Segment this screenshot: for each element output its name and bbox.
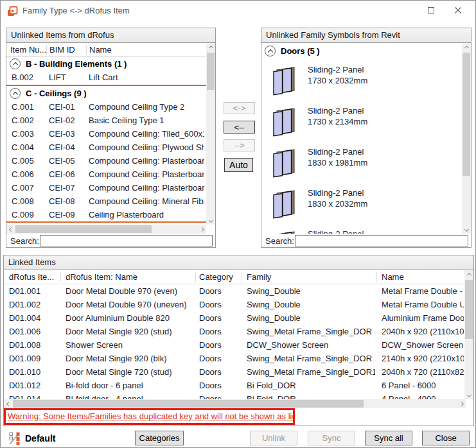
column-header-category[interactable]: Category	[199, 270, 239, 284]
cell-bim-id: CEI-07	[49, 181, 86, 194]
table-row[interactable]: C.006 CEI-06 Compound Ceiling: Plasterbo…	[6, 168, 206, 181]
unlinked-items-grid-header: Item Nu... BIM ID Name	[6, 43, 206, 57]
table-row[interactable]: D01.010 Door Metal Single 720 (stud) Doo…	[4, 365, 466, 379]
scroll-down-icon[interactable]	[462, 225, 471, 234]
link-right-button[interactable]: -->	[224, 139, 255, 151]
titlebar[interactable]: Family Type <-> dRofus Item	[1, 1, 475, 21]
collapse-group-icon[interactable]	[10, 88, 21, 99]
search-input[interactable]	[40, 235, 213, 246]
horizontal-scrollbar[interactable]	[4, 399, 466, 408]
column-header-name[interactable]: Name	[89, 43, 198, 57]
maximize-button[interactable]	[420, 1, 442, 20]
family-item[interactable]: Sliding-2 Panel	[261, 225, 462, 234]
scroll-right-icon[interactable]	[457, 399, 466, 408]
table-row[interactable]: D01.006 Door Metal Single 920 (stud) Doo…	[4, 325, 466, 338]
table-row[interactable]: D01.008 Shower Screen Doors DCW_Shower S…	[4, 338, 466, 352]
cell-family: Swing_Metal Frame_Single_DOR	[247, 352, 375, 365]
cell-item-number: C.003	[12, 127, 47, 141]
table-row[interactable]: B.002 LIFT Lift Cart	[6, 71, 206, 84]
cell-item-number: C.007	[12, 181, 47, 194]
family-item[interactable]: Sliding-2 Panel 1730 x 2032mm	[261, 61, 462, 102]
column-separator	[195, 272, 196, 282]
table-row[interactable]: D01.012 Bi-fold door - 6 panel Doors Bi …	[4, 379, 466, 392]
table-row[interactable]: D01.009 Door Metal Single 920 (blk) Door…	[4, 352, 466, 365]
column-separator	[60, 272, 61, 282]
warning-text: Warning: Some Items/Families has duplica…	[6, 410, 293, 423]
cell-item-number: C.005	[12, 154, 47, 168]
table-row[interactable]: C.007 CEI-07 Compound Ceiling: Plasterbo…	[6, 181, 206, 194]
cell-name: Basic Ceiling Type 1	[89, 114, 204, 127]
column-header-drofus-item-name[interactable]: dRofus Item: Name	[66, 270, 193, 284]
table-row[interactable]: C.005 CEI-05 Compound Ceiling: Plasterbo…	[6, 154, 206, 168]
linked-items-panel-title: Linked Items	[4, 255, 473, 270]
vertical-scrollbar[interactable]	[464, 270, 473, 399]
cell-category: Doors	[199, 298, 240, 311]
unlink-button[interactable]: Unlink	[250, 431, 297, 445]
table-row[interactable]: C.009 CEI-09 Ceiling Plasterboard	[6, 208, 206, 221]
column-header-name[interactable]: Name	[382, 270, 462, 284]
horizontal-scrollbar[interactable]	[6, 225, 206, 234]
column-header-item-number[interactable]: Item Nu...	[10, 43, 46, 57]
family-name: Sliding-2 Panel	[308, 147, 364, 157]
table-row[interactable]: D01.004 Door Aluminium Double 820 Doors …	[4, 311, 466, 325]
vertical-scrollbar[interactable]	[206, 43, 215, 225]
group-row-ceilings[interactable]: C - Ceilings (9 )	[6, 87, 206, 100]
family-size: 1830 x 1981mm	[308, 158, 367, 168]
scroll-left-icon[interactable]	[4, 399, 13, 408]
family-item[interactable]: Sliding-2 Panel 1830 x 1981mm	[261, 143, 462, 184]
table-row[interactable]: C.001 CEI-01 Compound Ceiling Type 2	[6, 100, 206, 114]
close-window-button[interactable]	[447, 1, 469, 20]
cell-item-name: Bi-fold door - 4 panel	[66, 392, 194, 399]
table-row[interactable]: C.008 CEI-08 Compound Ceiling: Mineral F…	[6, 194, 206, 208]
scrollbar-thumb[interactable]	[15, 225, 152, 233]
group-row-doors[interactable]: Doors (5 )	[261, 44, 462, 58]
column-header-drofus-item[interactable]: dRofus Ite...	[9, 270, 58, 284]
group-row-building-elements[interactable]: B - Building Elements (1 )	[6, 57, 206, 71]
scroll-up-icon[interactable]	[464, 270, 473, 279]
scrollbar-thumb[interactable]	[207, 53, 215, 90]
column-header-bim-id[interactable]: BIM ID	[49, 43, 85, 57]
scroll-down-icon[interactable]	[464, 390, 473, 399]
scrollbar-thumb[interactable]	[465, 280, 473, 339]
column-header-family[interactable]: Family	[247, 270, 374, 284]
table-row[interactable]: C.002 CEI-02 Basic Ceiling Type 1	[6, 114, 206, 127]
cell-item-name: Door Metal Double 970 (even)	[66, 284, 194, 298]
categories-button[interactable]: Categories	[135, 431, 184, 445]
collapse-group-icon[interactable]	[10, 58, 21, 69]
scrollbar-thumb[interactable]	[463, 53, 470, 176]
scroll-up-icon[interactable]	[462, 43, 471, 52]
cell-name: Compound Ceiling: Plasterboard_S	[89, 154, 204, 168]
collapse-group-icon[interactable]	[265, 46, 276, 56]
family-size: 1730 x 2032mm	[308, 76, 367, 86]
unlinked-items-panel-title: Unlinked Items from dRofus	[6, 28, 215, 43]
table-row[interactable]: D01.014 Bi-fold door - 4 panel Doors Bi …	[4, 392, 466, 399]
sync-button[interactable]: Sync	[308, 431, 355, 445]
cell-drofus-item: D01.009	[9, 352, 59, 365]
cell-name: 4 Panel - 4000	[382, 392, 464, 399]
search-label: Search:	[10, 236, 39, 247]
sync-all-button[interactable]: Sync all	[365, 431, 412, 445]
close-button[interactable]: Close	[422, 431, 470, 445]
scroll-up-icon[interactable]	[206, 43, 215, 52]
scroll-right-icon[interactable]	[197, 225, 206, 234]
table-row[interactable]: C.004 CEI-04 Compound Ceiling: Plywood S…	[6, 141, 206, 154]
vertical-scrollbar[interactable]	[462, 43, 471, 234]
cell-item-name: Bi-fold door - 6 panel	[66, 379, 194, 392]
table-row[interactable]: C.003 CEI-03 Compound Ceiling: Tiled_600…	[6, 127, 206, 141]
cell-category: Doors	[199, 379, 240, 392]
cell-drofus-item: D01.012	[9, 379, 59, 392]
link-both-button[interactable]: <->	[224, 102, 255, 114]
auto-match-button[interactable]: Auto	[224, 158, 253, 172]
column-separator	[376, 272, 377, 282]
family-item[interactable]: Sliding-2 Panel 1830 x 2032mm	[261, 184, 462, 225]
scrollbar-thumb[interactable]	[13, 400, 364, 408]
scroll-left-icon[interactable]	[6, 225, 15, 234]
scroll-down-icon[interactable]	[206, 216, 215, 225]
table-row[interactable]: D01.001 Door Metal Double 970 (even) Doo…	[4, 284, 466, 298]
cell-item-number: C.002	[12, 114, 47, 127]
family-item[interactable]: Sliding-2 Panel 1730 x 2134mm	[261, 102, 462, 143]
search-input[interactable]	[295, 235, 468, 246]
table-row[interactable]: D01.002 Door Metal Double 970 (uneven) D…	[4, 298, 466, 311]
cell-category: Doors	[199, 392, 240, 399]
link-left-button[interactable]: <--	[224, 121, 255, 134]
